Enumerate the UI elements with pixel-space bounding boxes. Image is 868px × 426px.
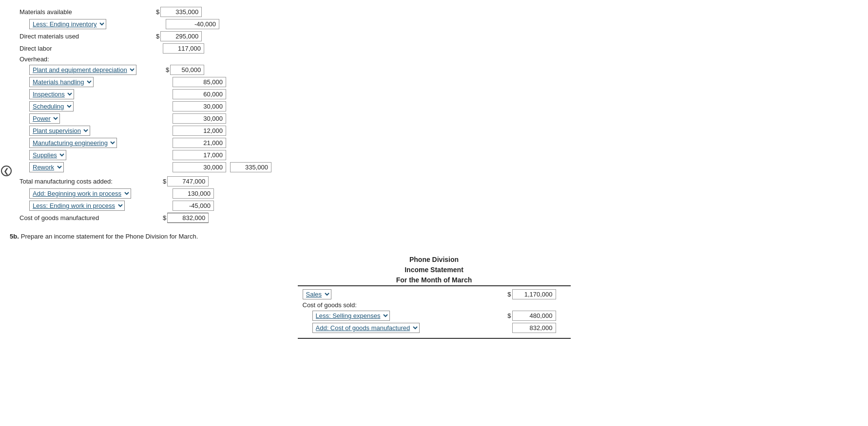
inspections-value[interactable]: 60,000 [173, 89, 226, 99]
inspections-row: Inspections 60,000 [10, 89, 858, 99]
scroll-indicator[interactable]: ❮ [1, 166, 12, 176]
power-row: Power 30,000 [10, 113, 858, 124]
materials-handling-row: Materials handling 85,000 [10, 77, 858, 87]
is-cogs-label-row: Cost of goods sold: [303, 301, 566, 309]
rework-value1[interactable]: 30,000 [173, 162, 226, 172]
direct-labor-value[interactable]: 117,000 [163, 43, 204, 54]
plant-supervision-dropdown[interactable]: Plant supervision [29, 126, 90, 136]
rework-dropdown[interactable]: Rework [29, 162, 64, 172]
plant-equipment-dropdown[interactable]: Plant and equipment depreciation [29, 65, 136, 75]
cost-of-goods-manufactured-row: Cost of goods manufactured $ 832,000 [10, 213, 858, 223]
materials-available-dollar: $ [156, 8, 159, 16]
question-prefix: 5b. [10, 233, 19, 240]
add-beginning-wip-value[interactable]: 130,000 [173, 188, 214, 199]
add-beginning-wip-row: Add: Beginning work in process 130,000 [10, 188, 858, 199]
is-add-cogs-row: Add: Cost of goods manufactured 832,000 [303, 323, 566, 333]
scheduling-dropdown[interactable]: Scheduling [29, 101, 74, 111]
supplies-value[interactable]: 17,000 [173, 150, 226, 160]
rework-row: Rework 30,000 335,000 [10, 162, 858, 172]
materials-handling-dropdown[interactable]: Materials handling [29, 77, 94, 87]
total-manufacturing-value[interactable]: 747,000 [167, 176, 209, 186]
materials-handling-value[interactable]: 85,000 [173, 77, 226, 87]
is-less-selling-row: Less: Selling expenses $ 480,000 [303, 311, 566, 321]
total-manufacturing-label: Total manufacturing costs added: [19, 178, 113, 185]
total-manufacturing-dollar: $ [163, 178, 166, 185]
cost-of-goods-manufactured-label: Cost of goods manufactured [19, 214, 99, 222]
is-less-selling-dropdown[interactable]: Less: Selling expenses [312, 311, 390, 321]
is-add-cogs-dropdown[interactable]: Add: Cost of goods manufactured [312, 323, 420, 333]
cost-of-goods-manufactured-dollar: $ [163, 214, 166, 222]
direct-labor-label: Direct labor [19, 45, 52, 52]
plant-supervision-row: Plant supervision 12,000 [10, 126, 858, 136]
direct-materials-dollar: $ [156, 33, 159, 40]
materials-available-row: Materials available $ 335,000 [10, 7, 858, 17]
scheduling-value[interactable]: 30,000 [173, 101, 226, 111]
is-less-selling-dollar: $ [507, 312, 511, 319]
is-title1: Phone Division [10, 255, 858, 265]
less-ending-wip-dropdown[interactable]: Less: Ending work in process [29, 201, 125, 211]
is-sales-value[interactable]: 1,170,000 [512, 289, 556, 299]
direct-materials-used-value[interactable]: 295,000 [160, 31, 202, 41]
inspections-dropdown[interactable]: Inspections [29, 89, 74, 99]
supplies-dropdown[interactable]: Supplies [29, 150, 66, 160]
plant-equipment-dollar: $ [166, 66, 169, 74]
question-text: Prepare an income statement for the Phon… [21, 233, 198, 240]
is-sales-dollar: $ [507, 291, 511, 298]
income-statement-section: Phone Division Income Statement For the … [10, 255, 858, 339]
direct-materials-used-row: Direct materials used $ 295,000 [10, 31, 858, 41]
is-title2: Income Statement [10, 265, 858, 275]
plant-equipment-value[interactable]: 50,000 [170, 65, 204, 75]
is-title3: For the Month of March [10, 275, 858, 285]
materials-available-label: Materials available [19, 8, 72, 16]
direct-labor-row: Direct labor 117,000 [10, 43, 858, 54]
cost-of-goods-manufactured-value[interactable]: 832,000 [167, 213, 209, 223]
less-ending-wip-row: Less: Ending work in process -45,000 [10, 201, 858, 211]
add-beginning-wip-dropdown[interactable]: Add: Beginning work in process [29, 188, 131, 199]
plant-equipment-row: Plant and equipment depreciation $ 50,00… [10, 65, 858, 75]
total-manufacturing-row: Total manufacturing costs added: $ 747,0… [10, 176, 858, 186]
less-ending-wip-value[interactable]: -45,000 [173, 201, 214, 211]
is-sales-row: Sales $ 1,170,000 [303, 289, 566, 299]
manufacturing-engineering-value[interactable]: 21,000 [173, 138, 226, 148]
less-ending-inventory-value[interactable]: -40,000 [166, 19, 219, 29]
plant-supervision-value[interactable]: 12,000 [173, 126, 226, 136]
is-sales-dropdown[interactable]: Sales [303, 289, 331, 299]
power-dropdown[interactable]: Power [29, 113, 60, 124]
overhead-label-row: Overhead: [10, 56, 858, 63]
income-statement-table: Sales $ 1,170,000 Cost of goods sold: [298, 285, 571, 339]
overhead-label: Overhead: [19, 56, 49, 63]
is-cogs-label: Cost of goods sold: [303, 301, 357, 309]
manufacturing-engineering-dropdown[interactable]: Manufacturing engineering [29, 138, 117, 148]
manufacturing-engineering-row: Manufacturing engineering 21,000 [10, 138, 858, 148]
is-add-cogs-value[interactable]: 832,000 [512, 323, 556, 333]
less-ending-inventory-dropdown[interactable]: Less: Ending inventory [29, 19, 106, 29]
is-less-selling-value[interactable]: 480,000 [512, 311, 556, 321]
direct-materials-used-label: Direct materials used [19, 33, 79, 40]
supplies-row: Supplies 17,000 [10, 150, 858, 160]
rework-value2[interactable]: 335,000 [230, 162, 271, 172]
question-row: 5b. Prepare an income statement for the … [10, 233, 858, 240]
materials-available-value[interactable]: 335,000 [160, 7, 202, 17]
is-title-block: Phone Division Income Statement For the … [10, 255, 858, 285]
power-value[interactable]: 30,000 [173, 113, 226, 124]
less-ending-inventory-row: Less: Ending inventory -40,000 [10, 19, 858, 29]
scheduling-row: Scheduling 30,000 [10, 101, 858, 111]
